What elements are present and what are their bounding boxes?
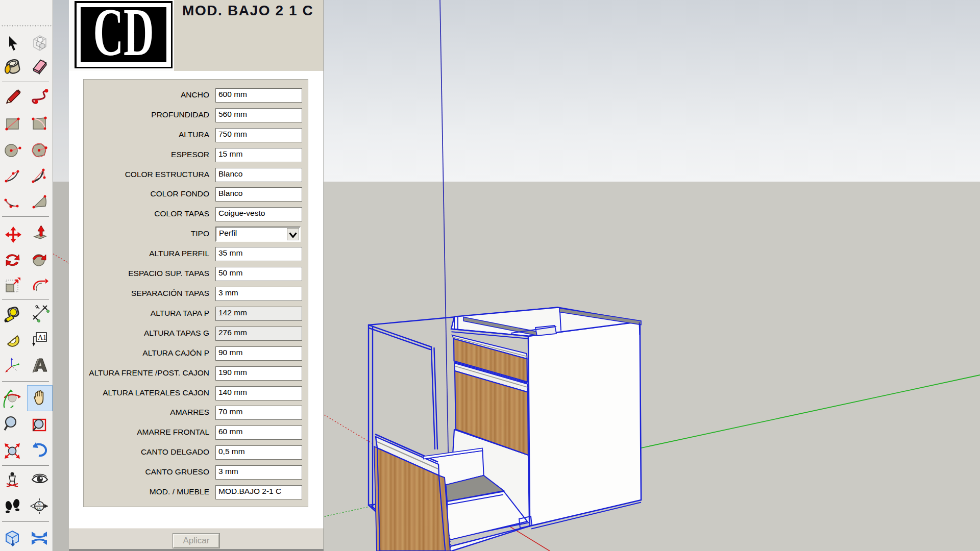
svg-text:A5: A5 [36,507,41,511]
svg-text:A1: A1 [38,334,46,341]
svg-text:C: C [38,501,41,506]
